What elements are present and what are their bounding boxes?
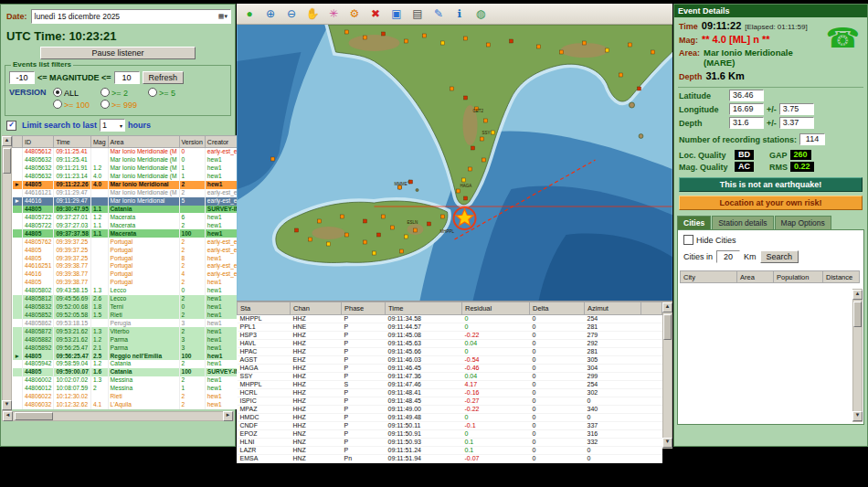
- event-row[interactable]: 4480586209:53:18.15Perugia3hew1: [13, 319, 259, 327]
- event-row[interactable]: 4480580209:43:58.151.3Lecco0hew1: [13, 287, 259, 295]
- pick-row[interactable]: MPAZHHZP09:11:49.00-0.220340: [238, 406, 662, 414]
- event-row[interactable]: 4480561209:11:25.41Mar Ionio Meridionale…: [13, 148, 259, 156]
- event-row[interactable]: ►4480509:56:25.472.5Reggio nell'Emilia10…: [13, 352, 259, 360]
- station-marker[interactable]: [484, 119, 488, 122]
- connect-icon[interactable]: ●: [240, 5, 259, 23]
- close-icon[interactable]: ✖: [366, 5, 385, 23]
- station-marker[interactable]: [457, 189, 460, 193]
- station-marker[interactable]: [441, 215, 445, 218]
- event-row[interactable]: 4480588209:53:21.621.2Parma3hew1: [13, 335, 259, 344]
- station-marker[interactable]: [345, 233, 349, 237]
- station-marker[interactable]: [382, 215, 386, 218]
- station-marker[interactable]: [482, 158, 486, 162]
- event-row[interactable]: 4461609:39:38.77Portugal4early-est_ee1.1…: [13, 270, 259, 279]
- station-marker[interactable]: [471, 146, 475, 150]
- zoom-out-icon[interactable]: ⊖: [282, 5, 301, 23]
- event-row[interactable]: 4480509:59:00.071.6Catania100SURVEY-INGV…: [13, 368, 259, 376]
- station-marker[interactable]: [638, 87, 641, 90]
- zoom-in-icon[interactable]: ⊕: [261, 5, 280, 23]
- event-row[interactable]: 4480572209:37:27.031.1Macerata2hew1: [13, 221, 259, 229]
- info-icon[interactable]: ℹ: [450, 5, 469, 23]
- event-row[interactable]: 4480509:39:38.77Portugal2hew1: [13, 279, 259, 287]
- station-marker[interactable]: [428, 222, 431, 226]
- refresh-button[interactable]: Refresh: [143, 71, 185, 84]
- pick-row[interactable]: CNDFHHZP09:11:50.11-0.10337: [238, 422, 662, 430]
- events-horizontal-scrollbar[interactable]: ◄ ►: [2, 411, 234, 421]
- event-row[interactable]: 4480509:30:47.951.1CataniaSURVEY-INGV-C: [13, 206, 259, 214]
- event-row[interactable]: 4480600210:02:07.021.3Messina2hew1: [13, 376, 259, 385]
- version-option[interactable]: >= 999: [101, 100, 148, 110]
- pause-listener-button[interactable]: Pause listener: [40, 47, 196, 59]
- events-vertical-scrollbar[interactable]: ▲ ▼: [2, 135, 12, 411]
- station-marker[interactable]: [364, 219, 367, 223]
- event-row[interactable]: 4480563209:11:23.144.0Mar Ionio Meridion…: [13, 173, 259, 181]
- event-row[interactable]: 4480581209:45:56.692.6Lecco2hew1: [13, 295, 259, 303]
- event-row[interactable]: 4461625109:39:38.77Portugal2early-est_ee…: [13, 262, 259, 270]
- station-marker[interactable]: [487, 43, 491, 47]
- event-row[interactable]: 4480601210:08:07.592Messina1hew1: [13, 385, 259, 393]
- map-viewport[interactable]: MHPPLCET2ESLNMMMEHAGASSY: [237, 25, 672, 301]
- locate-own-risk-button[interactable]: Location at your own risk!: [679, 196, 863, 210]
- station-marker[interactable]: [309, 238, 312, 241]
- pick-row[interactable]: EMSAHNZPn09:11:51.94-0.0700: [238, 455, 662, 463]
- station-marker[interactable]: [583, 41, 587, 45]
- station-marker[interactable]: [469, 167, 472, 171]
- tab-station-details[interactable]: Station details: [712, 216, 773, 229]
- edit-icon[interactable]: ✎: [429, 5, 448, 23]
- station-marker[interactable]: [409, 180, 413, 184]
- version-option[interactable]: >= 100: [53, 100, 101, 110]
- version-option[interactable]: >= 2: [101, 88, 148, 98]
- event-row[interactable]: 4480572209:37:27.011.2Macerata6hew1: [13, 213, 259, 221]
- pick-row[interactable]: AGSTEHZP09:11:46.03-0.540305: [238, 356, 662, 365]
- station-marker[interactable]: [510, 39, 513, 43]
- station-marker[interactable]: [364, 36, 367, 39]
- station-marker[interactable]: [318, 219, 322, 223]
- event-row[interactable]: 4480563209:11:21.911.2Mar Ionio Meridion…: [13, 164, 259, 173]
- pick-row[interactable]: ISPICHHZP09:11:48.45-0.2700: [238, 397, 662, 406]
- event-row[interactable]: 4480589209:56:25.472.1Parma3hew1: [13, 344, 259, 352]
- pick-row[interactable]: HPACHHZP09:11:45.6600281: [238, 348, 662, 356]
- not-earthquake-button[interactable]: This is not an earthquake!: [679, 177, 863, 192]
- picks-vertical-scrollbar[interactable]: ▲ ▼: [662, 302, 672, 449]
- station-marker[interactable]: [606, 48, 609, 52]
- pick-row[interactable]: LAZRHNZP09:11:51.240.100: [238, 447, 662, 455]
- pick-row[interactable]: HMDCHHZP09:11:49.48000: [238, 414, 662, 422]
- station-marker[interactable]: [481, 137, 484, 141]
- station-marker[interactable]: [462, 178, 466, 182]
- calendar-dropdown-icon[interactable]: ▦▾: [218, 13, 228, 20]
- cities-search-button[interactable]: Search: [760, 250, 799, 263]
- station-marker[interactable]: [629, 43, 632, 47]
- station-marker[interactable]: [464, 37, 468, 40]
- events-table-header[interactable]: IDTimeMagAreaVersionCreator: [13, 136, 259, 148]
- globe-icon[interactable]: ◍: [471, 5, 490, 23]
- station-marker[interactable]: [341, 215, 344, 218]
- station-marker[interactable]: [345, 30, 349, 34]
- cities-table-header[interactable]: CityAreaPopulationDistance: [681, 271, 860, 283]
- pick-row[interactable]: HAGAHHZP09:11:46.45-0.460304: [238, 365, 662, 373]
- event-row[interactable]: 4480509:39:37.25Portugal2early-est_ee1.5: [13, 246, 259, 254]
- station-marker[interactable]: [295, 228, 299, 232]
- cities-vertical-scrollbar[interactable]: ▲ ▼: [852, 289, 863, 422]
- station-marker[interactable]: [464, 196, 468, 200]
- picks-table-header[interactable]: StaChanPhaseTimeResidualDeltaAzimut: [238, 302, 662, 315]
- event-row[interactable]: 4480576209:39:37.25Portugal2early-est_ee…: [13, 238, 259, 246]
- event-row[interactable]: 4461612109:11:29.47Mar Ionio Meridionale…: [13, 189, 259, 197]
- station-marker[interactable]: [327, 242, 331, 246]
- version-option[interactable]: >= 5: [148, 88, 196, 98]
- pick-row[interactable]: MHPPLHHZP09:11:34.5800254: [238, 315, 662, 323]
- event-row[interactable]: 4480509:39:37.25Portugal8hew1: [13, 254, 259, 262]
- legend-icon[interactable]: ▣: [387, 5, 406, 23]
- pick-row[interactable]: PPL1HNEP09:11:44.5700281: [238, 323, 662, 332]
- magnitude-min-input[interactable]: [9, 71, 35, 84]
- pick-row[interactable]: HAVLHHZP09:11:45.630.040292: [238, 340, 662, 348]
- map[interactable]: MHPPLCET2ESLNMMMEHAGASSY: [237, 25, 672, 301]
- event-row[interactable]: ►4480509:11:22.264.0Mar Ionio Meridional…: [13, 181, 259, 189]
- station-marker[interactable]: [400, 249, 404, 253]
- station-marker[interactable]: [382, 32, 386, 36]
- magnitude-max-input[interactable]: [114, 71, 140, 84]
- pick-row[interactable]: HCRLHHZP09:11:48.41-0.160302: [238, 389, 662, 397]
- tab-map-options[interactable]: Map Options: [775, 216, 831, 229]
- stations-tool-icon[interactable]: ✳: [324, 5, 343, 23]
- pan-hand-icon[interactable]: ✋: [303, 5, 322, 23]
- pick-row[interactable]: HLNIHNZP09:11:50.930.10332: [238, 439, 662, 447]
